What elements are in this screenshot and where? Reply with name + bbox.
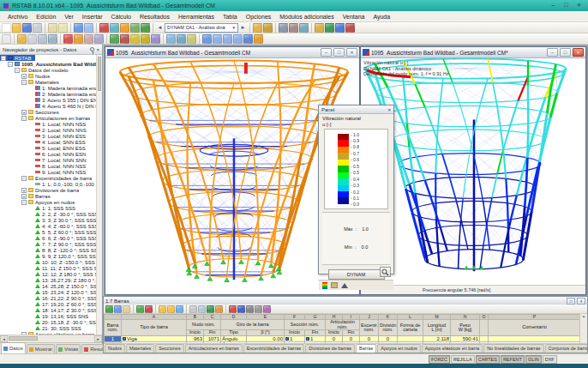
tree-item[interactable]: 7: 7; Z 90.0 °; SSS SSS [0, 241, 102, 247]
cell-r2-c3[interactable]: 963 [204, 342, 221, 344]
window-minimize-icon[interactable]: – [321, 48, 332, 57]
collapse-icon[interactable]: − [21, 200, 27, 205]
row-insert-icon[interactable] [136, 305, 144, 313]
cell-r1-c3[interactable]: 1071 [204, 336, 221, 342]
new-model-icon[interactable] [99, 23, 109, 33]
cell-r2-c7[interactable]: 1 [305, 342, 326, 344]
comment-icon[interactable] [187, 34, 196, 44]
table-tab-materiales[interactable]: Materiales [126, 344, 154, 353]
collapse-icon[interactable]: − [15, 68, 20, 73]
open-file-icon[interactable] [12, 23, 21, 33]
table-tab-divisiones-de-barras[interactable]: Divisiones de barras [305, 344, 355, 353]
copy-icon[interactable] [58, 23, 68, 33]
loadcase-dropdown[interactable]: DYNAM CA1 - Análisis diná ▼ [165, 23, 238, 33]
new-document-icon[interactable] [2, 23, 11, 33]
table-tab-articulaciones-en-barras[interactable]: Articulaciones en barras [185, 344, 243, 353]
navigator-tab-vistas[interactable]: Vistas [56, 344, 81, 353]
scroll-thumb[interactable] [9, 336, 38, 341]
navigator-tab-datos[interactable]: Datos [1, 342, 26, 353]
table-tab-nudos[interactable]: Nudos [105, 344, 125, 353]
table-edit-icon[interactable] [105, 305, 113, 313]
color-icon[interactable] [263, 305, 271, 313]
tree-item[interactable]: 16: 21,22; Z 90.0 °; SSS SNS [0, 295, 102, 301]
tree-item[interactable]: 11: 11; Z 150.0 °; SSS SSS [0, 265, 102, 271]
hinge-icon[interactable] [120, 34, 129, 44]
tree-item[interactable]: 8: Local; NNN NSS [0, 163, 102, 169]
tree-item[interactable]: 21: 30; SSS SSS [0, 325, 102, 331]
expand-icon[interactable]: + [21, 332, 27, 335]
row-delete-icon[interactable] [145, 305, 153, 313]
import-icon[interactable] [215, 305, 223, 313]
tree-item[interactable]: −RSTAB [0, 55, 35, 61]
table-maximize-icon[interactable]: □ [567, 298, 575, 305]
load-case-icon[interactable] [141, 34, 150, 44]
window-maximize-icon[interactable]: □ [560, 48, 571, 57]
collapse-icon[interactable]: − [8, 62, 13, 67]
table-tab-conjuntos-de-barras[interactable]: Conjuntos de barras [545, 344, 588, 353]
tree-item[interactable]: +Apoyos elásticos en barra [0, 331, 102, 335]
ortho-icon[interactable] [38, 34, 47, 44]
show-results-icon[interactable] [253, 23, 262, 33]
calculate-icon[interactable] [229, 305, 237, 313]
table-select-icon[interactable] [123, 305, 130, 313]
zoom-window-icon[interactable] [299, 23, 309, 33]
model-3d-view-mode-shape[interactable] [361, 58, 585, 285]
expand-icon[interactable]: + [21, 194, 27, 199]
cell-r2-c12[interactable] [398, 342, 423, 344]
cell-r2-c16[interactable] [489, 342, 581, 344]
status-toggle-cartes[interactable]: CARTES [476, 355, 500, 364]
tree-item[interactable]: 3: Local; NNN ESS [0, 133, 102, 139]
table-close-icon[interactable]: × [577, 298, 585, 305]
cell-r2-c13[interactable]: 2.534 [423, 342, 451, 344]
table-tab-excentricidades-de-barras[interactable]: Excentricidades de barras [243, 344, 305, 353]
cell-r2-c11[interactable]: 0 [379, 342, 398, 344]
window-minimize-icon[interactable]: – [547, 48, 558, 57]
undo-icon[interactable] [159, 305, 166, 313]
tree-item[interactable]: 14: 25,28; Z 150.0 °; SSS SNS [0, 283, 102, 289]
panel-close-icon[interactable]: × [387, 107, 391, 112]
tree-item[interactable]: 8: 8; Z -120.0 °; SSS SSS [0, 247, 102, 253]
line-icon[interactable] [84, 34, 93, 44]
excel-icon[interactable] [207, 305, 214, 313]
menu-item-archivo[interactable]: Archivo [3, 13, 32, 21]
window-close-icon[interactable]: × [346, 48, 357, 57]
cell-r1-c2[interactable]: 963 [187, 336, 204, 342]
window-maximize-icon[interactable]: □ [333, 48, 345, 57]
cell-r1-c12[interactable] [398, 336, 423, 342]
tree-item[interactable]: −Excentricidades de barra [0, 175, 102, 181]
block-icon[interactable] [345, 23, 355, 33]
tree-item[interactable]: 9: Local; NNN NSS [0, 169, 102, 175]
tree-item[interactable]: 18: 14,17; Z 30.0 °; SSS SNS [0, 307, 102, 313]
settings-icon[interactable] [246, 305, 254, 313]
cell-r2-c8[interactable]: 0 [326, 342, 343, 344]
prev-loadcase-icon[interactable]: ◄ [156, 25, 164, 30]
color-scale-tab-icon[interactable] [322, 282, 327, 289]
snap-icon[interactable] [17, 34, 27, 44]
move-view-icon[interactable] [279, 23, 288, 33]
tree-item[interactable]: 3: 3; Z 30.0 °; SSS SSS [0, 217, 102, 223]
cell-r1-c16[interactable] [489, 336, 581, 342]
refresh-icon[interactable] [176, 305, 183, 313]
printout-report-icon[interactable] [315, 23, 324, 33]
scroll-left-icon[interactable]: ◄ [0, 335, 8, 342]
cell-r1-c7[interactable]: 1 [305, 336, 326, 342]
table-tab-secciones[interactable]: Secciones [155, 344, 183, 353]
tree-item[interactable]: −Apoyos en nudos [0, 199, 102, 205]
menu-item-resultados[interactable]: Resultados [135, 13, 174, 21]
scroll-track[interactable] [8, 335, 94, 342]
panel-toggle-icon[interactable] [263, 23, 273, 33]
tree-item[interactable]: 15: 23,24; Z 120.0 °; SSS SNS [0, 289, 102, 295]
menu-item-edicion[interactable]: Edición [32, 13, 60, 21]
factors-tab-icon[interactable] [331, 282, 338, 288]
tree-item[interactable]: 3: Acero S 355 | DIN EN 1993-1-1 [0, 97, 102, 103]
cell-r2-c10[interactable]: 0 [360, 342, 379, 344]
navigator-close-icon[interactable]: × [96, 47, 99, 52]
tree-item[interactable]: 6: 6; Z -90.0 °; SSS SSS [0, 235, 102, 241]
tree-item[interactable]: 7: Local; NNN SNN [0, 157, 102, 163]
select-icon[interactable] [2, 34, 11, 44]
collapse-icon[interactable]: − [21, 116, 27, 121]
cell-r1-c14[interactable]: 590.41 [451, 336, 480, 342]
tree-item[interactable]: 5: Local; ENN ESS [0, 145, 102, 151]
cell-r2-c0[interactable]: 2 [105, 342, 122, 344]
tree-item[interactable]: 12: 12; Z 180.0 °; SSS SSS [0, 271, 102, 277]
